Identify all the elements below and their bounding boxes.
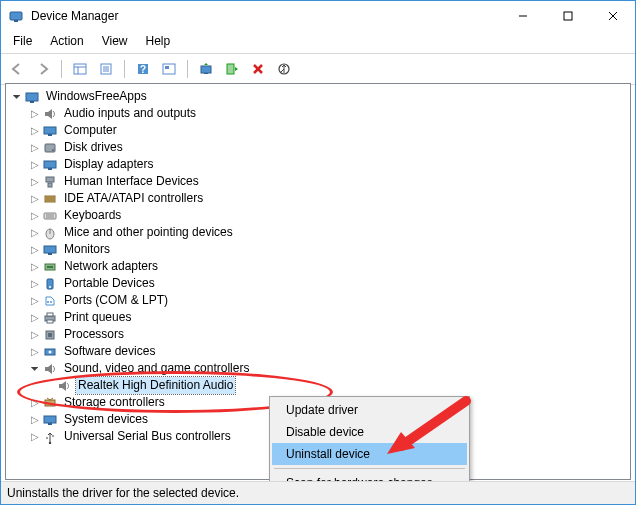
system-device-icon — [42, 412, 58, 428]
category-label: Universal Serial Bus controllers — [62, 428, 233, 445]
computer-icon — [42, 123, 58, 139]
menu-view[interactable]: View — [94, 32, 136, 50]
expand-icon[interactable]: ▷ — [28, 207, 42, 224]
enable-device-button[interactable] — [220, 57, 244, 81]
category-label: System devices — [62, 411, 150, 428]
help-button[interactable]: ? — [131, 57, 155, 81]
svg-rect-36 — [44, 213, 56, 219]
processor-icon — [42, 327, 58, 343]
category-software[interactable]: ▷ Software devices — [8, 343, 628, 360]
toolbar-separator — [187, 60, 188, 78]
category-label: Keyboards — [62, 207, 123, 224]
properties-button[interactable] — [94, 57, 118, 81]
category-computer[interactable]: ▷ Computer — [8, 122, 628, 139]
tree-root-label: WindowsFreeApps — [44, 88, 149, 105]
ctx-separator — [274, 468, 465, 469]
expand-icon[interactable]: ▷ — [28, 411, 42, 428]
svg-rect-56 — [45, 400, 55, 406]
svg-rect-1 — [14, 20, 18, 22]
expand-icon[interactable]: ▷ — [28, 105, 42, 122]
category-label: Disk drives — [62, 139, 125, 156]
category-hid[interactable]: ▷ Human Interface Devices — [8, 173, 628, 190]
category-disk[interactable]: ▷ Disk drives — [8, 139, 628, 156]
app-icon — [9, 8, 25, 24]
expand-icon[interactable]: ▷ — [28, 224, 42, 241]
svg-rect-58 — [48, 423, 52, 425]
expand-icon[interactable]: ▷ — [28, 394, 42, 411]
printer-icon — [42, 310, 58, 326]
minimize-button[interactable] — [500, 1, 545, 31]
expand-icon[interactable]: ▷ — [28, 156, 42, 173]
ctx-uninstall-device[interactable]: Uninstall device — [272, 443, 467, 465]
category-label: Audio inputs and outputs — [62, 105, 198, 122]
expand-icon[interactable]: ▷ — [28, 326, 42, 343]
category-label: Display adapters — [62, 156, 155, 173]
svg-rect-44 — [47, 266, 53, 268]
menu-help[interactable]: Help — [138, 32, 179, 50]
maximize-button[interactable] — [545, 1, 590, 31]
expand-icon[interactable]: ▷ — [28, 275, 42, 292]
ctx-update-driver[interactable]: Update driver — [272, 399, 467, 421]
expand-icon[interactable]: ▷ — [28, 139, 42, 156]
expand-icon[interactable]: ▷ — [28, 258, 42, 275]
expand-icon[interactable]: ▷ — [28, 173, 42, 190]
usb-icon — [42, 429, 58, 445]
category-label: Processors — [62, 326, 126, 343]
category-label: Ports (COM & LPT) — [62, 292, 170, 309]
category-printq[interactable]: ▷ Print queues — [8, 309, 628, 326]
category-display[interactable]: ▷ Display adapters — [8, 156, 628, 173]
network-icon — [42, 259, 58, 275]
menu-action[interactable]: Action — [42, 32, 91, 50]
svg-point-59 — [49, 441, 51, 443]
device-manager-window: Device Manager File Action View Help — [0, 0, 636, 505]
category-label: Storage controllers — [62, 394, 167, 411]
uninstall-device-button[interactable] — [246, 57, 270, 81]
category-processors[interactable]: ▷ Processors — [8, 326, 628, 343]
action-button[interactable] — [157, 57, 181, 81]
display-adapter-icon — [42, 157, 58, 173]
category-monitors[interactable]: ▷ Monitors — [8, 241, 628, 258]
expand-icon[interactable]: ▷ — [28, 190, 42, 207]
tree-root[interactable]: ⏷ WindowsFreeApps — [8, 88, 628, 105]
collapse-icon[interactable]: ⏷ — [28, 360, 42, 377]
category-network[interactable]: ▷ Network adapters — [8, 258, 628, 275]
scan-hardware-button[interactable] — [272, 57, 296, 81]
svg-point-47 — [47, 301, 49, 303]
mouse-icon — [42, 225, 58, 241]
expand-icon[interactable]: ▷ — [28, 241, 42, 258]
expand-icon[interactable]: ▷ — [28, 343, 42, 360]
close-button[interactable] — [590, 1, 635, 31]
expand-icon[interactable]: ▷ — [28, 122, 42, 139]
expand-icon[interactable]: ▷ — [28, 428, 42, 445]
category-ports[interactable]: ▷ Ports (COM & LPT) — [8, 292, 628, 309]
svg-rect-50 — [47, 313, 53, 316]
collapse-icon[interactable]: ⏷ — [10, 88, 24, 105]
category-ide[interactable]: ▷ IDE ATA/ATAPI controllers — [8, 190, 628, 207]
expand-icon[interactable]: ▷ — [28, 292, 42, 309]
category-label: Print queues — [62, 309, 133, 326]
expand-icon[interactable]: ▷ — [28, 309, 42, 326]
forward-button[interactable] — [31, 57, 55, 81]
menubar: File Action View Help — [1, 31, 635, 51]
svg-rect-51 — [47, 320, 53, 323]
device-realtek-audio[interactable]: Realtek High Definition Audio — [8, 377, 628, 394]
category-portable[interactable]: ▷ Portable Devices — [8, 275, 628, 292]
show-hide-tree-button[interactable] — [68, 57, 92, 81]
computer-root-icon — [24, 89, 40, 105]
svg-rect-24 — [30, 101, 34, 103]
svg-rect-23 — [26, 93, 38, 101]
device-tree: ⏷ WindowsFreeApps ▷ Audio inputs and out… — [8, 88, 628, 445]
svg-point-48 — [50, 301, 52, 303]
category-keyboards[interactable]: ▷ Keyboards — [8, 207, 628, 224]
category-audio[interactable]: ▷ Audio inputs and outputs — [8, 105, 628, 122]
portable-device-icon — [42, 276, 58, 292]
ctx-disable-device[interactable]: Disable device — [272, 421, 467, 443]
category-sound[interactable]: ⏷ Sound, video and game controllers — [8, 360, 628, 377]
svg-point-28 — [52, 149, 54, 151]
back-button[interactable] — [5, 57, 29, 81]
update-driver-button[interactable] — [194, 57, 218, 81]
titlebar: Device Manager — [1, 1, 635, 31]
menu-file[interactable]: File — [5, 32, 40, 50]
status-text: Uninstalls the driver for the selected d… — [7, 486, 239, 500]
category-mice[interactable]: ▷ Mice and other pointing devices — [8, 224, 628, 241]
